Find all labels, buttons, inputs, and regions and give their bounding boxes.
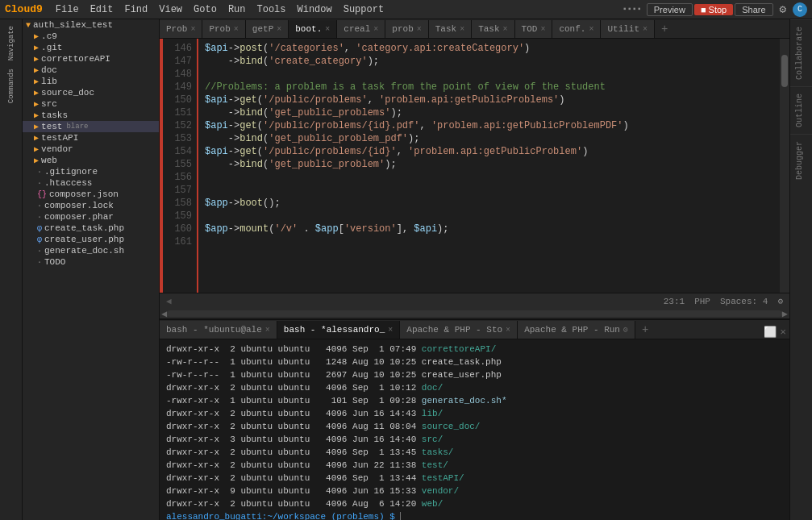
close-tab-prob-2[interactable]: ×	[234, 25, 239, 34]
term-tab-bash2[interactable]: bash - *alessandro_ ×	[277, 321, 400, 339]
status-bar: ◀ 23:1 PHP Spaces: 4 ⚙	[160, 293, 789, 309]
tab-task-1[interactable]: Task ×	[429, 20, 472, 38]
tab-prob-2[interactable]: Prob ×	[202, 20, 245, 38]
tree-git[interactable]: ▶ .git	[23, 42, 159, 53]
memory-icon: ▪▪▪▪	[623, 5, 642, 14]
menu-edit[interactable]: Edit	[85, 2, 119, 17]
close-tab-creal[interactable]: ×	[373, 25, 378, 34]
root-folder-icon: ▼	[26, 21, 31, 30]
terminal-maximize-icon[interactable]: ⬜	[764, 326, 777, 339]
menu-file[interactable]: File	[51, 2, 84, 17]
vendor-folder-icon: ▶	[34, 144, 39, 154]
menu-tools[interactable]: Tools	[252, 2, 290, 17]
settings-gear-icon[interactable]: ⚙	[777, 296, 783, 306]
composer-phar-icon: ·	[37, 213, 42, 222]
collaborate-panel[interactable]: Collaborate	[790, 19, 812, 86]
tab-task-2[interactable]: Task ×	[472, 20, 514, 38]
close-tab-tod[interactable]: ×	[540, 25, 545, 34]
generate-doc-icon: ·	[37, 247, 42, 256]
tree-gitignore[interactable]: · .gitignore	[23, 166, 159, 177]
close-tab-task-2[interactable]: ×	[503, 25, 508, 34]
close-tab-prob-3[interactable]: ×	[417, 25, 422, 34]
tree-tasks[interactable]: ▶ tasks	[23, 110, 159, 121]
close-term-apache-sto[interactable]: ×	[506, 326, 510, 335]
language-indicator[interactable]: PHP	[694, 297, 710, 306]
share-button[interactable]: Share	[735, 3, 772, 16]
close-tab-task-1[interactable]: ×	[460, 25, 464, 34]
tree-vendor[interactable]: ▶ vendor	[23, 144, 159, 155]
menu-view[interactable]: View	[154, 2, 187, 17]
app-logo: Cloud9	[5, 3, 43, 15]
close-tab-boot[interactable]: ×	[325, 25, 330, 34]
editor-vscrollbar-thumb[interactable]	[781, 55, 788, 87]
tree-web[interactable]: ▶ web	[23, 155, 159, 166]
code-content[interactable]: $api->post('/categories', 'category.api:…	[198, 39, 780, 293]
tab-tod[interactable]: TOD ×	[515, 20, 553, 38]
tree-composer-phar[interactable]: · composer.phar	[23, 211, 159, 223]
tree-create-user[interactable]: φ create_user.php	[23, 234, 159, 245]
close-tab-utilit[interactable]: ×	[643, 25, 648, 34]
term-line-5: -rwxr-xr-x 1 ubuntu ubuntu 101 Sep 1 09:…	[166, 394, 783, 407]
terminal-content[interactable]: drwxr-xr-x 2 ubuntu ubuntu 4096 Sep 1 07…	[160, 339, 789, 520]
debugger-panel[interactable]: Debugger	[790, 134, 812, 186]
tree-htaccess[interactable]: · .htaccess	[23, 177, 159, 189]
stop-button[interactable]: ■ Stop	[694, 4, 733, 15]
tree-composer-lock[interactable]: · composer.lock	[23, 200, 159, 211]
close-tab-conf[interactable]: ×	[589, 25, 593, 34]
menu-window[interactable]: Window	[293, 2, 337, 17]
tree-c9[interactable]: ▶ .c9	[23, 31, 159, 42]
tree-composer-json[interactable]: {} composer.json	[23, 189, 159, 200]
tab-prob-3[interactable]: prob ×	[385, 20, 428, 38]
htaccess-file-icon: ·	[37, 179, 42, 188]
close-term-apache-run[interactable]: ⚙	[623, 325, 628, 335]
menu-run[interactable]: Run	[223, 2, 251, 17]
tab-boot[interactable]: boot. ×	[289, 20, 337, 38]
outline-panel[interactable]: Outline	[790, 86, 812, 134]
tree-doc[interactable]: ▶ doc	[23, 64, 159, 76]
close-term-bash1[interactable]: ×	[265, 326, 270, 335]
scroll-left-icon[interactable]: ◀	[166, 296, 172, 306]
menu-goto[interactable]: Goto	[189, 2, 222, 17]
line-numbers: 146 147 148 149 150 151 152 153 154 155 …	[163, 39, 198, 293]
tree-test[interactable]: ▶ test blare	[23, 121, 159, 132]
add-terminal-button[interactable]: +	[635, 323, 655, 336]
term-tab-apache-sto[interactable]: Apache & PHP - Sto ×	[400, 321, 518, 339]
navigate-icon[interactable]: Navigate	[2, 23, 21, 64]
horizontal-scrollbar[interactable]: ◀ ▶	[160, 309, 789, 318]
h-scrollbar-track[interactable]	[167, 310, 782, 317]
close-tab-prob-1[interactable]: ×	[190, 25, 195, 34]
tab-conf[interactable]: conf. ×	[552, 20, 601, 38]
settings-icon[interactable]: ⚙	[780, 2, 786, 16]
close-term-bash2[interactable]: ×	[388, 326, 393, 335]
terminal-close-icon[interactable]: ×	[780, 327, 786, 339]
tree-correttoreapi[interactable]: ▶ correttoreAPI	[23, 53, 159, 64]
tab-utilit[interactable]: Utilit ×	[601, 20, 655, 38]
code-line-148	[205, 68, 773, 81]
git-label: .git	[41, 43, 62, 52]
menu-support[interactable]: Support	[339, 2, 389, 17]
menu-find[interactable]: Find	[119, 2, 152, 17]
tree-source_doc[interactable]: ▶ source_doc	[23, 87, 159, 98]
tree-generate-doc[interactable]: · generate_doc.sh	[23, 245, 159, 256]
code-line-156	[205, 171, 773, 184]
tab-creal[interactable]: creal ×	[337, 20, 385, 38]
editor-vscrollbar[interactable]	[780, 39, 789, 293]
tab-prob-1[interactable]: Prob ×	[160, 20, 202, 38]
tree-create-task[interactable]: φ create_task.php	[23, 223, 159, 234]
preview-button[interactable]: Preview	[647, 3, 693, 16]
tab-getp[interactable]: getP ×	[246, 20, 289, 38]
commands-icon[interactable]: Commands	[2, 65, 21, 106]
close-tab-getp[interactable]: ×	[277, 25, 281, 34]
term-tab-apache-run[interactable]: Apache & PHP - Run ⚙	[518, 321, 635, 339]
code-line-161	[205, 235, 773, 248]
add-tab-button[interactable]: +	[655, 23, 674, 35]
tree-src[interactable]: ▶ src	[23, 98, 159, 110]
tree-testapi[interactable]: ▶ testAPI	[23, 132, 159, 144]
src-folder-icon: ▶	[34, 99, 39, 109]
term-tab-bash1[interactable]: bash - *ubuntu@ale ×	[160, 321, 277, 339]
tree-lib[interactable]: ▶ lib	[23, 76, 159, 87]
composer-lock-label: composer.lock	[44, 201, 114, 210]
tree-todo[interactable]: · TODO	[23, 256, 159, 268]
todo-icon: ·	[37, 258, 42, 267]
tree-root[interactable]: ▼ auth_silex_test	[23, 19, 159, 31]
